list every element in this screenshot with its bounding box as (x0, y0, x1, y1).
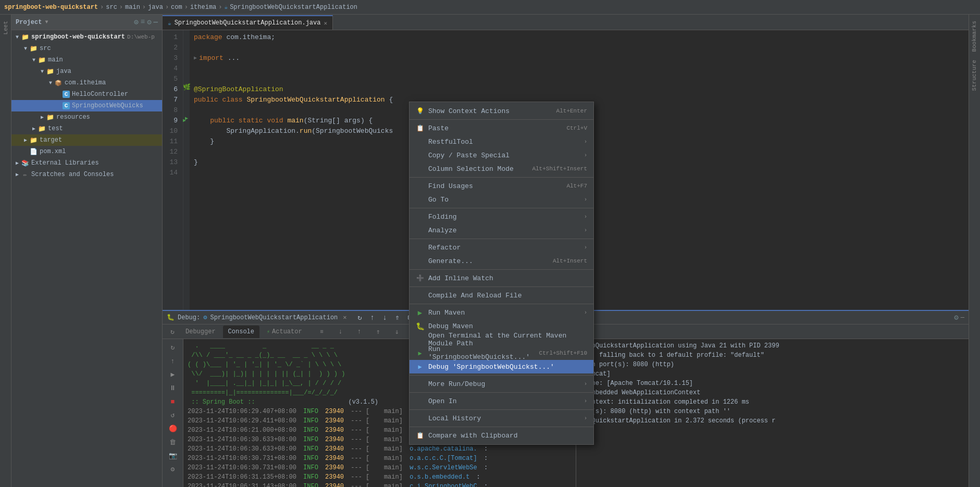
ctx-sep-4 (410, 239, 593, 239)
ctx-label-debug-springboot: Debug 'SpringbootWebQuickst...' (428, 363, 587, 371)
ctx-arrow-analyze: › (584, 228, 587, 233)
ctx-arrow-refactor: › (584, 245, 587, 251)
ctx-sep-7 (410, 304, 593, 304)
ctx-arrow-folding: › (584, 214, 587, 220)
ctx-bulb-icon: 💡 (416, 107, 424, 115)
ctx-label-debug-maven: Debug Maven (428, 322, 587, 330)
ctx-column-icon (416, 165, 424, 173)
ctx-label-refactor: Refactor (428, 244, 580, 252)
ctx-sep-5 (410, 269, 593, 270)
ctx-debug-spring-icon: ▶ (416, 363, 424, 371)
ctx-arrow-goto: › (584, 197, 587, 203)
ctx-watch-icon: ➕ (416, 274, 424, 282)
ctx-restful-icon (416, 138, 424, 146)
ctx-arrow-open-in: › (584, 398, 587, 404)
ctx-fold-icon (416, 213, 424, 221)
ctx-shortcut-column-selection: Alt+Shift+Insert (532, 166, 587, 172)
ctx-paste[interactable]: 📋 Paste Ctrl+V (410, 121, 593, 135)
ctx-sep-8 (410, 375, 593, 376)
ctx-arrow-more-run: › (584, 381, 587, 387)
ctx-run-spring-icon: ▶ (416, 349, 424, 357)
ctx-refactor[interactable]: Refactor › (410, 241, 593, 254)
ctx-compile-reload[interactable]: Compile And Reload File (410, 289, 593, 302)
ctx-find-usages[interactable]: Find Usages Alt+F7 (410, 179, 593, 193)
ctx-label-folding: Folding (428, 213, 580, 221)
ctx-shortcut-find-usages: Alt+F7 (566, 183, 587, 189)
ctx-arrow-copy: › (584, 153, 587, 158)
ctx-sep-9 (410, 392, 593, 393)
ctx-label-go-to: Go To (428, 196, 580, 204)
ctx-more-run-debug[interactable]: More Run/Debug › (410, 377, 593, 391)
ctx-label-more-run-debug: More Run/Debug (428, 380, 580, 388)
ctx-label-compare-clipboard: Compare with Clipboard (428, 432, 587, 440)
ctx-find-icon (416, 182, 424, 190)
ctx-arrow-local-history: › (584, 416, 587, 421)
ctx-generate-icon (416, 257, 424, 265)
ctx-shortcut-run-springboot: Ctrl+Shift+F10 (539, 350, 587, 356)
ctx-analyze[interactable]: Analyze › (410, 223, 593, 237)
ctx-sep-3 (410, 208, 593, 208)
ctx-open-in-icon (416, 397, 424, 405)
ctx-label-copy-paste-special: Copy / Paste Special (428, 152, 580, 159)
ctx-label-run-maven: Run Maven (428, 309, 580, 317)
ctx-open-terminal[interactable]: Open Terminal at the Current Maven Modul… (410, 333, 593, 346)
ctx-copy-icon (416, 151, 424, 159)
ctx-open-in[interactable]: Open In › (410, 394, 593, 408)
ctx-label-local-history: Local History (428, 415, 580, 422)
ctx-compare-clipboard[interactable]: 📋 Compare with Clipboard (410, 429, 593, 442)
ctx-debug-springboot[interactable]: ▶ Debug 'SpringbootWebQuickst...' (410, 360, 593, 373)
ctx-local-history-icon (416, 414, 424, 422)
ctx-label-analyze: Analyze (428, 227, 580, 234)
ctx-shortcut-paste: Ctrl+V (566, 125, 587, 131)
ctx-local-history[interactable]: Local History › (410, 411, 593, 425)
ctx-label-add-inline-watch: Add Inline Watch (428, 274, 587, 282)
ctx-show-context-actions[interactable]: 💡 Show Context Actions Alt+Enter (410, 104, 593, 118)
ctx-go-to[interactable]: Go To › (410, 193, 593, 206)
ctx-sep-2 (410, 177, 593, 178)
ctx-debug-maven-icon: 🐛 (416, 322, 424, 330)
context-menu-overlay[interactable]: 💡 Show Context Actions Alt+Enter 📋 Paste… (0, 0, 980, 487)
ctx-sep-1 (410, 119, 593, 120)
ctx-label-restful-tool: RestfulTool (428, 138, 580, 146)
ctx-generate[interactable]: Generate... Alt+Insert (410, 254, 593, 268)
ctx-arrow-restful: › (584, 139, 587, 145)
ctx-add-inline-watch[interactable]: ➕ Add Inline Watch (410, 271, 593, 285)
ctx-compile-icon (416, 291, 424, 299)
ctx-label-compile-reload: Compile And Reload File (428, 292, 587, 299)
ctx-sep-11 (410, 427, 593, 427)
ctx-run-springboot[interactable]: ▶ Run 'SpringbootWebQuickst...' Ctrl+Shi… (410, 346, 593, 360)
ctx-restful-tool[interactable]: RestfulTool › (410, 135, 593, 148)
ctx-shortcut-generate: Alt+Insert (553, 258, 587, 264)
ctx-label-column-selection: Column Selection Mode (428, 165, 528, 173)
ctx-label-show-context-actions: Show Context Actions (428, 107, 552, 115)
ctx-sep-6 (410, 286, 593, 287)
ctx-label-find-usages: Find Usages (428, 182, 562, 190)
ctx-analyze-icon (416, 226, 424, 234)
ctx-more-run-icon (416, 380, 424, 388)
ctx-goto-icon (416, 195, 424, 204)
ctx-sep-10 (410, 409, 593, 410)
ctx-label-paste: Paste (428, 124, 562, 132)
ctx-label-open-in: Open In (428, 397, 580, 405)
ctx-folding[interactable]: Folding › (410, 210, 593, 223)
ctx-label-generate: Generate... (428, 257, 549, 265)
ctx-copy-paste-special[interactable]: Copy / Paste Special › (410, 148, 593, 162)
ctx-compare-icon: 📋 (416, 431, 424, 440)
ctx-paste-icon: 📋 (416, 124, 424, 132)
ctx-label-run-springboot: Run 'SpringbootWebQuickst...' (428, 345, 535, 361)
ctx-arrow-run-maven: › (584, 310, 587, 316)
ctx-column-selection[interactable]: Column Selection Mode Alt+Shift+Insert (410, 162, 593, 176)
ctx-terminal-icon (416, 335, 424, 344)
ctx-run-maven-icon: ▶ (416, 308, 424, 317)
ctx-run-maven[interactable]: ▶ Run Maven › (410, 306, 593, 319)
ctx-refactor-icon (416, 243, 424, 252)
context-menu: 💡 Show Context Actions Alt+Enter 📋 Paste… (409, 102, 594, 445)
ctx-shortcut-show-context-actions: Alt+Enter (556, 108, 587, 114)
ctx-debug-maven[interactable]: 🐛 Debug Maven (410, 319, 593, 333)
